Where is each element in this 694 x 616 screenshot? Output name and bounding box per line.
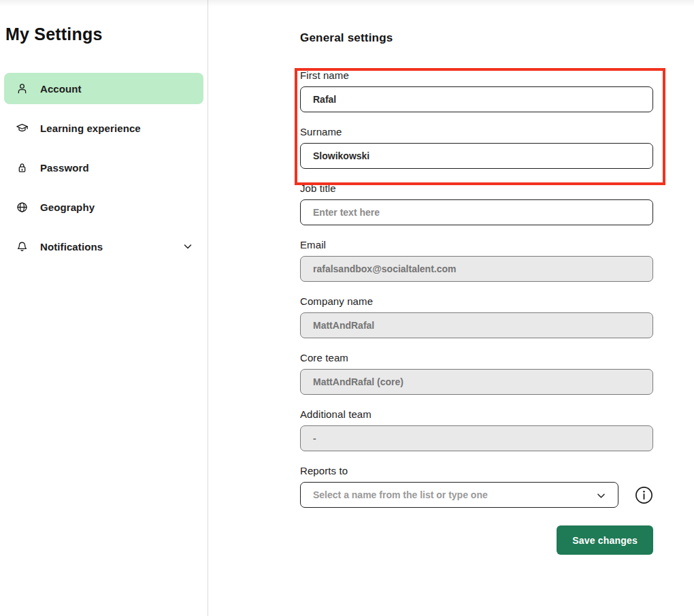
chevron-down-icon bbox=[182, 241, 193, 252]
core-team-field bbox=[300, 369, 653, 395]
first-name-label: First name bbox=[300, 69, 653, 81]
surname-label: Surname bbox=[300, 126, 653, 137]
reports-to-field-group: Reports to Select a name from the list o… bbox=[300, 465, 653, 508]
email-field bbox=[300, 256, 653, 282]
sidebar-item-label: Learning experience bbox=[40, 123, 141, 134]
bell-icon bbox=[15, 240, 29, 253]
sidebar-item-geography[interactable]: Geography bbox=[4, 191, 203, 223]
additional-team-label: Additional team bbox=[300, 408, 653, 420]
sidebar-item-password[interactable]: Password bbox=[4, 152, 203, 183]
form-actions: Save changes bbox=[300, 525, 653, 555]
sidebar-item-notifications[interactable]: Notifications bbox=[4, 231, 203, 262]
sidebar-item-label: Password bbox=[40, 162, 89, 174]
core-team-label: Core team bbox=[300, 352, 653, 363]
sidebar-item-label: Geography bbox=[40, 201, 95, 213]
surname-input[interactable] bbox=[300, 143, 653, 169]
email-label: Email bbox=[300, 239, 653, 250]
core-team-field-group: Core team bbox=[300, 352, 653, 395]
job-title-input[interactable] bbox=[300, 199, 653, 225]
lock-icon bbox=[15, 161, 29, 174]
save-changes-button[interactable]: Save changes bbox=[557, 525, 653, 555]
additional-team-field bbox=[300, 425, 653, 451]
first-name-input[interactable] bbox=[300, 86, 653, 112]
reports-to-select[interactable]: Select a name from the list or type one bbox=[300, 482, 618, 508]
additional-team-field-group: Additional team bbox=[300, 408, 653, 451]
section-heading: General settings bbox=[300, 31, 653, 45]
surname-field-group: Surname bbox=[300, 126, 653, 169]
settings-sidebar: My Settings Account Learning experience … bbox=[0, 0, 208, 616]
reports-to-placeholder: Select a name from the list or type one bbox=[313, 489, 488, 500]
page-title: My Settings bbox=[4, 25, 203, 44]
graduation-cap-icon bbox=[15, 121, 29, 135]
sidebar-item-account[interactable]: Account bbox=[4, 73, 203, 104]
sidebar-item-learning-experience[interactable]: Learning experience bbox=[4, 112, 203, 144]
general-settings-panel: General settings First name Surname Job … bbox=[300, 0, 653, 555]
first-name-field-group: First name bbox=[300, 69, 653, 112]
sidebar-item-label: Account bbox=[40, 83, 82, 95]
sidebar-item-label: Notifications bbox=[40, 241, 103, 253]
sidebar-nav: Account Learning experience Password Geo… bbox=[4, 73, 203, 262]
chevron-down-icon bbox=[595, 490, 607, 502]
reports-to-label: Reports to bbox=[300, 465, 653, 476]
info-icon[interactable] bbox=[635, 486, 653, 504]
company-name-label: Company name bbox=[300, 295, 653, 307]
general-settings-form: First name Surname Job title Email Compa… bbox=[300, 69, 653, 555]
company-name-field bbox=[300, 312, 653, 338]
my-settings-page: My Settings Account Learning experience … bbox=[0, 0, 694, 616]
job-title-label: Job title bbox=[300, 182, 653, 194]
email-field-group: Email bbox=[300, 239, 653, 282]
person-icon bbox=[15, 82, 29, 95]
job-title-field-group: Job title bbox=[300, 182, 653, 225]
globe-icon bbox=[15, 200, 29, 214]
company-name-field-group: Company name bbox=[300, 295, 653, 338]
